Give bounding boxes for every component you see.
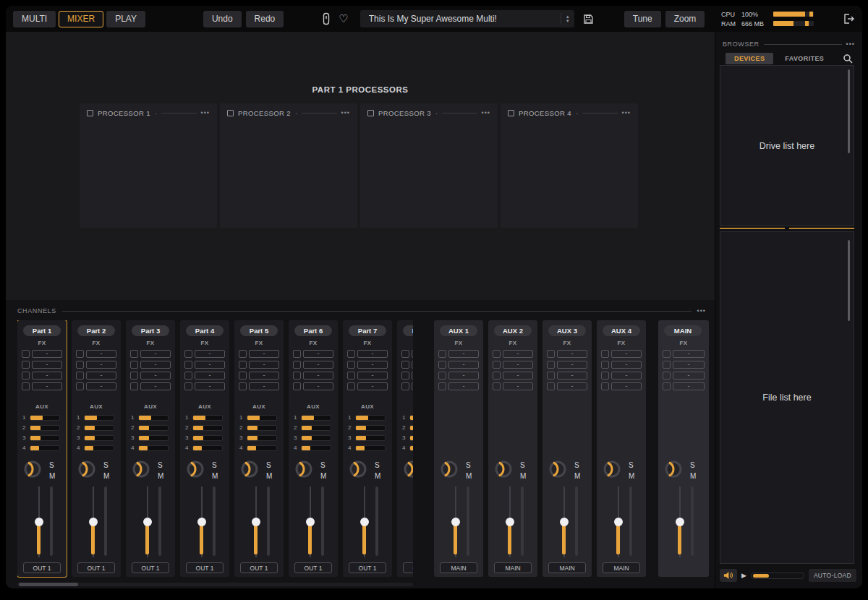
output-routing-button[interactable]: OUT 1 — [23, 562, 61, 573]
fx-slot-toggle[interactable] — [293, 361, 301, 369]
fx-slot-value[interactable]: - — [448, 361, 479, 369]
fx-slot-toggle[interactable] — [547, 361, 555, 369]
aux-send-slider[interactable] — [409, 445, 413, 451]
aux-send-slider[interactable] — [84, 445, 114, 451]
fx-slot-toggle[interactable] — [293, 350, 301, 358]
solo-button[interactable]: S — [466, 461, 472, 469]
fx-slot-toggle[interactable] — [438, 372, 446, 380]
aux-send-slider[interactable] — [247, 415, 277, 421]
fx-slot-toggle[interactable] — [601, 350, 609, 358]
fx-slot-toggle[interactable] — [547, 372, 555, 380]
aux-send-slider[interactable] — [301, 445, 331, 451]
fx-slot-value[interactable]: - — [357, 372, 388, 380]
fx-slot-toggle[interactable] — [184, 350, 192, 358]
fx-slot-value[interactable]: - — [32, 350, 62, 358]
fx-slot[interactable]: - — [601, 350, 642, 358]
fx-slot[interactable]: - — [184, 372, 225, 380]
fx-slot[interactable]: - — [493, 382, 533, 390]
fx-slot[interactable]: - — [22, 361, 62, 369]
aux-send-slider[interactable] — [30, 435, 60, 441]
fx-slot-toggle[interactable] — [184, 382, 192, 390]
aux-send-slider[interactable] — [355, 435, 386, 441]
fx-slot[interactable]: - — [293, 372, 333, 380]
processor-menu-button[interactable]: ••• — [482, 110, 490, 116]
fx-slot-value[interactable]: - — [448, 372, 479, 380]
solo-button[interactable]: S — [49, 461, 55, 469]
view-tab-multi[interactable]: MULTI — [13, 11, 56, 27]
fx-slot-toggle[interactable] — [347, 350, 355, 358]
solo-button[interactable]: S — [320, 461, 326, 469]
fx-slot-value[interactable]: - — [357, 361, 388, 369]
fx-slot[interactable]: - — [76, 350, 116, 358]
fx-slot-toggle[interactable] — [438, 382, 446, 390]
mute-button[interactable]: M — [520, 472, 526, 480]
fader-handle[interactable] — [360, 518, 369, 526]
fx-slot-toggle[interactable] — [293, 382, 301, 390]
fx-slot-toggle[interactable] — [130, 361, 138, 369]
fx-slot[interactable]: - — [347, 350, 388, 358]
fx-slot[interactable]: - — [184, 382, 225, 390]
fx-slot[interactable]: - — [293, 350, 333, 358]
auto-load-button[interactable]: AUTO-LOAD — [809, 569, 856, 582]
solo-button[interactable]: S — [103, 461, 109, 469]
fx-slot-value[interactable]: - — [503, 372, 533, 380]
channel-knob[interactable] — [602, 459, 622, 479]
fx-slot[interactable]: - — [293, 382, 333, 390]
output-routing-button[interactable]: MAIN — [603, 562, 640, 573]
fx-slot-toggle[interactable] — [493, 382, 501, 390]
fx-slot[interactable]: - — [401, 350, 413, 358]
mute-button[interactable]: M — [375, 472, 380, 480]
output-routing-button[interactable]: OUT 1 — [132, 562, 169, 573]
channel-knob[interactable] — [402, 459, 413, 479]
fader-handle[interactable] — [252, 518, 260, 526]
volume-fader[interactable] — [674, 487, 686, 557]
fx-slot[interactable]: - — [438, 350, 479, 358]
fx-slot-value[interactable]: - — [249, 382, 279, 390]
mute-button[interactable]: M — [629, 472, 634, 480]
volume-fader[interactable] — [305, 487, 316, 557]
fx-slot-value[interactable]: - — [673, 361, 705, 369]
fx-slot[interactable]: - — [663, 372, 705, 380]
channel-name-button[interactable]: Part 3 — [132, 325, 169, 336]
fx-slot-value[interactable]: - — [140, 382, 171, 390]
fx-slot-toggle[interactable] — [663, 382, 671, 390]
fx-slot-value[interactable]: - — [412, 361, 413, 369]
volume-fader[interactable] — [613, 487, 624, 557]
drive-list-scrollbar[interactable] — [848, 69, 850, 153]
channel-name-button[interactable]: Part 1 — [23, 325, 61, 336]
fx-slot-value[interactable]: - — [140, 350, 171, 358]
fx-slot-toggle[interactable] — [493, 350, 501, 358]
volume-fader[interactable] — [88, 487, 99, 557]
volume-slider-handle[interactable] — [753, 574, 769, 578]
fx-slot[interactable]: - — [663, 350, 705, 358]
fx-slot-value[interactable]: - — [249, 372, 279, 380]
processor-bypass-checkbox[interactable] — [508, 110, 514, 116]
fx-slot-toggle[interactable] — [76, 372, 84, 380]
fx-slot-value[interactable]: - — [611, 350, 642, 358]
fx-slot[interactable]: - — [547, 372, 587, 380]
fx-slot-toggle[interactable] — [438, 361, 446, 369]
fx-slot[interactable]: - — [438, 361, 479, 369]
fx-slot[interactable]: - — [239, 350, 279, 358]
aux-send-slider[interactable] — [247, 435, 277, 441]
volume-fader[interactable] — [558, 487, 570, 557]
fx-slot[interactable]: - — [663, 382, 705, 390]
file-list-scrollbar[interactable] — [848, 240, 850, 321]
fx-slot-toggle[interactable] — [663, 361, 671, 369]
channel-knob[interactable] — [548, 459, 568, 479]
fader-handle[interactable] — [676, 518, 684, 526]
fx-slot-value[interactable]: - — [195, 350, 225, 358]
channel-name-button[interactable]: Part 2 — [77, 325, 115, 336]
channel-name-button[interactable]: Part 5 — [240, 325, 278, 336]
fx-slot-toggle[interactable] — [547, 350, 555, 358]
fx-slot[interactable]: - — [239, 382, 279, 390]
fx-slot-value[interactable]: - — [303, 372, 333, 380]
aux-send-slider[interactable] — [138, 415, 169, 421]
channel-knob[interactable] — [131, 459, 151, 479]
mute-button[interactable]: M — [320, 472, 326, 480]
mute-button[interactable]: M — [466, 472, 472, 480]
fx-slot-value[interactable]: - — [249, 350, 279, 358]
fx-slot[interactable]: - — [601, 372, 642, 380]
volume-fader[interactable] — [250, 487, 262, 557]
aux-send-slider[interactable] — [138, 445, 169, 451]
